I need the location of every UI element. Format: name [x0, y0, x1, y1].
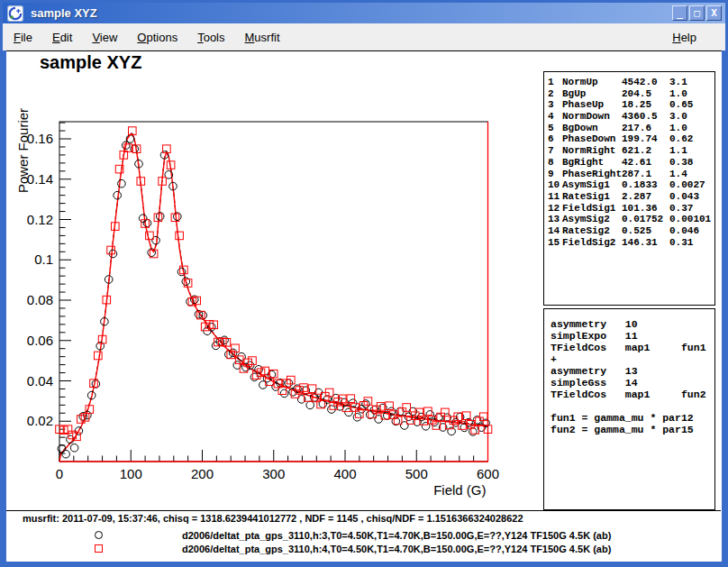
legend-marker-square [95, 544, 103, 553]
y-tick-label: 0.16 [27, 131, 53, 146]
y-tick-label: 0.12 [27, 212, 53, 227]
title-bar: sample XYZ _□X [3, 3, 725, 23]
param-row-AsymSig2: 13AsymSig20.017520.00101 [548, 214, 714, 225]
data-point-circle [285, 380, 293, 388]
y-tick-label: 0.04 [27, 373, 53, 389]
param-row-NormDown: 4NormDown4360.53.0 [548, 111, 714, 123]
param-row-RateSig2: 14RateSig20.5250.046 [548, 225, 714, 237]
theory-line: TFieldCos map1 fun1 [551, 342, 714, 353]
close-button[interactable]: X [706, 5, 722, 21]
param-row-PhaseDown: 6PhaseDown199.740.62 [548, 133, 714, 145]
window-controls: _□X [672, 5, 722, 21]
data-point-circle [92, 380, 100, 389]
y-tick-label: 0.06 [27, 333, 53, 348]
x-tick-label: 0 [56, 466, 63, 481]
data-point-circle [306, 401, 314, 409]
data-point-circle [177, 268, 186, 276]
theory-line: fun2 = gamma_mu * par15 [551, 424, 714, 435]
minimize-button[interactable]: _ [672, 5, 687, 21]
legend-label: d2006/deltat_pta_gps_3110,h:3,T0=4.50K,T… [182, 530, 611, 541]
maximize-button[interactable]: □ [689, 5, 705, 21]
data-point-circle [118, 179, 126, 187]
param-row-PhaseUp: 3PhaseUp18.250.65 [548, 99, 714, 111]
x-tick-label: 300 [262, 466, 285, 481]
app-window: sample XYZ _□X FileEditViewOptionsToolsM… [0, 0, 728, 567]
pad-divider [6, 510, 721, 511]
param-row-FieldSig2: 15FieldSig2146.310.31 [548, 237, 714, 249]
data-point-square [176, 232, 184, 240]
data-point-circle [62, 450, 70, 458]
param-row-NormRight: 7NormRight621.21.1 [548, 145, 714, 157]
param-row-AsymSig1: 10AsymSig10.18330.0027 [548, 179, 714, 191]
y-tick-label: 0.1 [34, 251, 53, 267]
data-point-circle [469, 428, 478, 436]
root-canvas[interactable]: sample XYZ01002003004005006000.020.040.0… [6, 50, 722, 562]
x-tick-label: 500 [405, 466, 428, 481]
data-point-circle [362, 400, 370, 408]
param-row-BgRight: 8BgRight42.610.38 [548, 157, 714, 169]
data-point-circle [139, 215, 147, 223]
menu-view[interactable]: View [92, 31, 117, 44]
param-row-BgDown: 5BgDown217.61.0 [548, 123, 714, 134]
data-point-square [249, 357, 257, 365]
y-tick-label: 0.08 [27, 292, 53, 307]
theory-box: asymmetry 10simplExpo 11TFieldCos map1 f… [543, 308, 715, 510]
theory-line: simplExpo 11 [551, 330, 714, 342]
x-tick-label: 400 [333, 466, 356, 481]
theory-line: asymmetry 10 [551, 318, 714, 330]
theory-line [551, 400, 714, 412]
param-row-RateSig1: 11RateSig12.2870.043 [548, 191, 714, 203]
x-tick-label: 100 [120, 466, 142, 481]
y-axis-title: Power Fourier [15, 108, 31, 193]
data-point-square [95, 352, 103, 360]
param-row-NormUp: 1NormUp4542.03.1 [548, 77, 714, 88]
y-tick-label: 0.02 [27, 413, 53, 428]
data-point-circle [280, 389, 288, 398]
legend-marker-circle [95, 531, 103, 539]
theory-line: + [551, 353, 714, 365]
legend-label: d2006/deltat_pta_gps_3110,h:4,T0=4.50K,T… [182, 544, 611, 554]
data-point-circle [353, 414, 361, 422]
fit-status-text: musrfit: 2011-07-09, 15:37:46, chisq = 1… [23, 513, 523, 524]
x-tick-label: 600 [477, 466, 499, 481]
menu-bar: FileEditViewOptionsToolsMusrfitHelp [3, 23, 725, 50]
app-icon [7, 5, 23, 22]
menu-edit[interactable]: Edit [52, 31, 72, 44]
y-tick-label: 0.14 [27, 171, 53, 187]
theory-line: fun1 = gamma_mu * par12 [551, 412, 714, 424]
theory-line: TFieldCos map1 fun2 [551, 389, 714, 400]
param-row-PhaseRight: 9PhaseRight287.11.4 [548, 169, 714, 180]
fourier-plot[interactable]: sample XYZ01002003004005006000.020.040.0… [6, 51, 547, 510]
menu-tools[interactable]: Tools [197, 31, 224, 44]
parameter-box: 1NormUp4542.03.12BgUp204.51.03PhaseUp18.… [543, 71, 715, 306]
plot-title: sample XYZ [40, 52, 141, 72]
theory-line: simpleGss 14 [551, 377, 714, 389]
menu-file[interactable]: File [14, 31, 32, 44]
param-row-FieldSig1: 12FieldSig1101.360.37 [548, 203, 714, 215]
x-tick-label: 200 [191, 466, 214, 481]
menu-options[interactable]: Options [137, 31, 177, 44]
x-axis-title: Field (G) [433, 482, 486, 498]
window-title: sample XYZ [31, 6, 97, 20]
theory-line: asymmetry 13 [551, 365, 714, 377]
menu-help[interactable]: Help [672, 31, 696, 44]
data-point-circle [70, 444, 78, 453]
param-row-BgUp: 2BgUp204.51.0 [548, 88, 714, 100]
menu-musrfit[interactable]: Musrfit [245, 31, 280, 44]
